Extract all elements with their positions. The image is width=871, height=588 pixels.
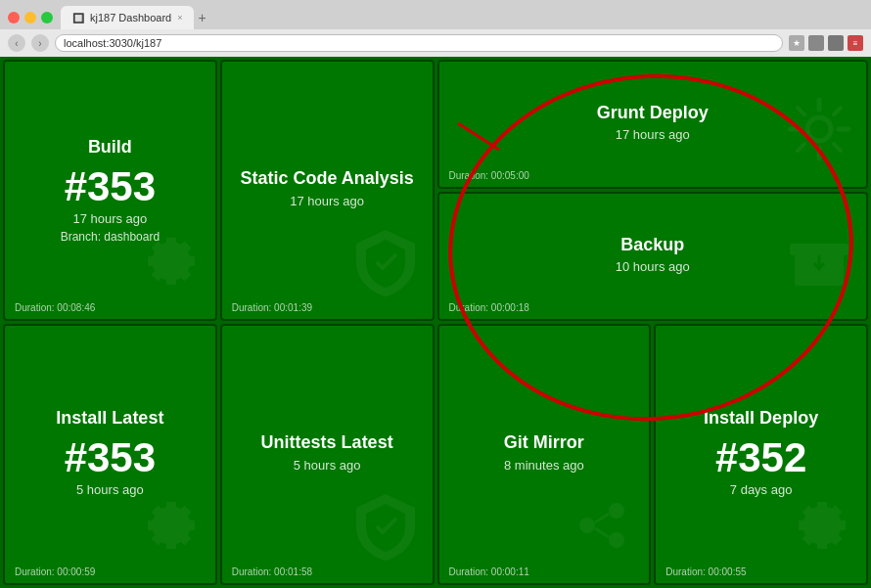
unittests-latest-icon: [346, 486, 425, 568]
active-tab[interactable]: 🔲 kj187 Dashboard ×: [61, 6, 194, 29]
svg-point-6: [609, 532, 624, 548]
svg-line-8: [595, 528, 609, 537]
build-number: #353: [65, 166, 156, 207]
dashboard: Build #353 17 hours ago Branch: dashboar…: [0, 57, 871, 588]
settings-icon[interactable]: [828, 35, 844, 51]
git-mirror-icon: [563, 486, 641, 568]
static-code-duration: Duration: 00:01:39: [232, 302, 312, 313]
git-mirror-title: Git Mirror: [504, 432, 584, 454]
svg-rect-2: [790, 244, 848, 255]
unittests-latest-title: Unittests Latest: [261, 432, 393, 454]
browser-chrome: 🔲 kj187 Dashboard × + ‹ › localhost:3030…: [0, 0, 871, 57]
minimize-button[interactable]: [24, 12, 36, 23]
close-button[interactable]: [8, 12, 20, 23]
build-title: Build: [88, 137, 132, 158]
svg-line-7: [595, 514, 609, 522]
install-deploy-number: #352: [715, 437, 806, 478]
install-deploy-title: Install Deploy: [704, 408, 818, 430]
tab-bar: 🔲 kj187 Dashboard × +: [0, 0, 871, 29]
tile-build: Build #353 17 hours ago Branch: dashboar…: [3, 60, 217, 321]
toolbar-icons: ★ ≡: [789, 35, 863, 51]
svg-point-0: [807, 117, 831, 141]
backup-title: Backup: [620, 235, 684, 256]
address-bar: ‹ › localhost:3030/kj187 ★ ≡: [0, 29, 871, 57]
extension-icon[interactable]: [808, 35, 824, 51]
svg-point-5: [609, 503, 624, 519]
static-code-title: Static Code Analysis: [240, 168, 413, 190]
static-code-time: 17 hours ago: [290, 194, 364, 208]
tile-install-deploy: Install Deploy #352 7 days ago Duration:…: [654, 324, 868, 585]
static-code-icon: [346, 222, 425, 304]
unittests-latest-duration: Duration: 00:01:58: [232, 566, 312, 577]
install-latest-number: #353: [65, 437, 156, 478]
install-latest-title: Install Latest: [56, 408, 163, 430]
maximize-button[interactable]: [41, 12, 53, 23]
build-duration: Duration: 00:08:46: [15, 302, 95, 313]
install-latest-icon: [129, 486, 207, 568]
tile-install-latest: Install Latest #353 5 hours ago Duration…: [3, 324, 217, 585]
git-mirror-time: 8 minutes ago: [504, 458, 584, 473]
unittests-latest-time: 5 hours ago: [294, 458, 361, 473]
grunt-deploy-title: Grunt Deploy: [597, 103, 709, 124]
menu-icon[interactable]: ≡: [848, 35, 863, 51]
backup-duration: Duration: 00:00:18: [449, 302, 529, 313]
git-mirror-duration: Duration: 00:00:11: [449, 566, 529, 577]
build-icon: [129, 222, 207, 304]
tile-grunt-deploy-inner: Grunt Deploy 17 hours ago Duration: 00:0…: [437, 60, 869, 189]
backup-time: 10 hours ago: [616, 259, 690, 274]
url-input[interactable]: localhost:3030/kj187: [55, 34, 783, 52]
bookmark-icon[interactable]: ★: [789, 35, 804, 51]
tile-git-mirror: Git Mirror 8 minutes ago Duration: 00:00…: [437, 324, 652, 585]
traffic-lights: [8, 12, 53, 23]
install-deploy-duration: Duration: 00:00:55: [665, 566, 746, 577]
backup-icon: [780, 222, 858, 304]
tile-grunt-deploy: Grunt Deploy 17 hours ago Duration: 00:0…: [437, 60, 869, 321]
install-deploy-icon: [780, 486, 858, 568]
new-tab-button[interactable]: +: [198, 10, 206, 25]
tile-unittests-latest: Unittests Latest 5 hours ago Duration: 0…: [220, 324, 435, 585]
tab-title: kj187 Dashboard: [90, 12, 171, 23]
back-button[interactable]: ‹: [8, 34, 25, 52]
grunt-deploy-icon: [780, 90, 858, 172]
svg-point-4: [579, 518, 595, 533]
grunt-deploy-time: 17 hours ago: [616, 127, 690, 142]
grunt-deploy-duration: Duration: 00:05:00: [449, 170, 529, 181]
tab-favicon: 🔲: [72, 13, 84, 23]
install-latest-duration: Duration: 00:00:59: [15, 566, 95, 577]
tab-close-icon[interactable]: ×: [177, 13, 182, 23]
url-text: localhost:3030/kj187: [64, 37, 161, 49]
forward-button[interactable]: ›: [31, 34, 49, 52]
tile-backup: Backup10 hours agoDuration: 00:00:18: [437, 192, 869, 321]
tile-static-code: Static Code Analysis 17 hours ago Durati…: [220, 60, 435, 321]
